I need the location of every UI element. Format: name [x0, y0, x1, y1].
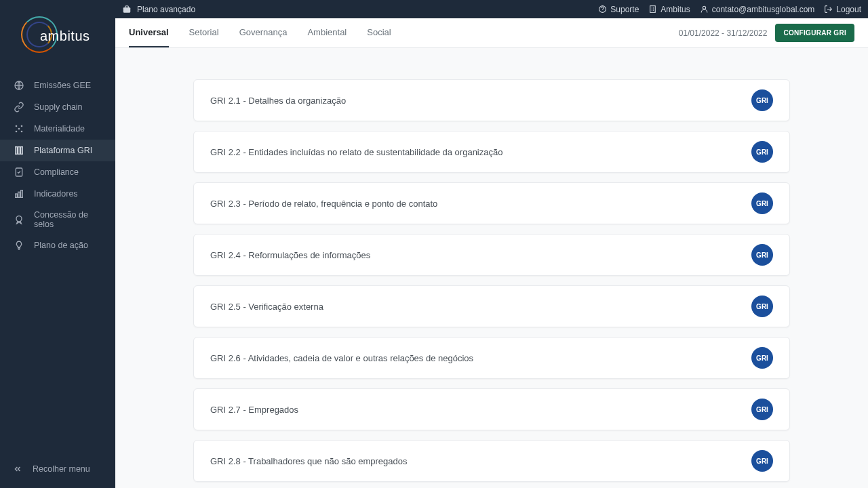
gri-card-title: GRI 2.1 - Detalhes da organização: [210, 96, 346, 106]
topbar: Plano avançado Suporte Ambitus contato@a…: [115, 0, 868, 18]
logout-link[interactable]: Logout: [824, 5, 861, 14]
gri-card[interactable]: GRI 2.2 - Entidades incluídas no relato …: [193, 131, 790, 173]
plan-label: Plano avançado: [137, 5, 195, 14]
sidebar-item-label: Concessão de selos: [34, 210, 107, 229]
svg-rect-6: [16, 147, 18, 155]
sidebar-item-label: Indicadores: [34, 189, 78, 199]
gri-card[interactable]: GRI 2.5 - Verificação externa GRI: [193, 285, 790, 327]
sidebar-item-label: Supply chain: [34, 102, 83, 112]
company-link[interactable]: Ambitus: [648, 5, 690, 14]
sidebar-item-plataforma-gri[interactable]: Plataforma GRI: [0, 140, 115, 161]
content-area: GRI 2.1 - Detalhes da organização GRI GR…: [115, 48, 868, 488]
svg-point-1: [16, 125, 18, 127]
support-label: Suporte: [610, 5, 639, 14]
gri-card-title: GRI 2.7 - Empregados: [210, 405, 298, 415]
logout-icon: [824, 5, 833, 14]
sidebar-item-supply-chain[interactable]: Supply chain: [0, 96, 115, 118]
svg-rect-12: [21, 190, 23, 198]
contact-label: contato@ambitusglobal.com: [712, 5, 815, 14]
sidebar-item-plano-acao[interactable]: Plano de ação: [0, 235, 115, 256]
gri-badge: GRI: [751, 347, 773, 369]
topbar-left: Plano avançado: [122, 5, 195, 14]
svg-rect-11: [18, 192, 20, 197]
gri-card[interactable]: GRI 2.3 - Período de relato, frequência …: [193, 182, 790, 224]
sidebar-item-label: Materialidade: [34, 124, 85, 134]
tab-setorial[interactable]: Setorial: [189, 18, 219, 47]
tab-social[interactable]: Social: [367, 18, 391, 47]
badge-icon: [14, 214, 24, 225]
gri-card[interactable]: GRI 2.6 - Atividades, cadeia de valor e …: [193, 337, 790, 379]
gri-card[interactable]: GRI 2.4 - Reformulações de informações G…: [193, 234, 790, 276]
logo[interactable]: ambitus: [0, 0, 115, 75]
sidebar-item-label: Emissões GEE: [34, 81, 91, 90]
briefcase-icon: [122, 5, 132, 14]
sidebar-item-emissoes[interactable]: Emissões GEE: [0, 75, 115, 96]
svg-rect-10: [16, 194, 18, 197]
sidebar-item-label: Plataforma GRI: [34, 146, 92, 155]
sidebar-item-indicadores[interactable]: Indicadores: [0, 183, 115, 205]
gri-badge: GRI: [751, 244, 773, 266]
tab-bar: Universal Setorial Governança Ambiental …: [115, 18, 868, 48]
globe-icon: [14, 80, 24, 91]
lightbulb-icon: [14, 240, 24, 251]
collapse-menu-label: Recolher menu: [33, 464, 90, 474]
columns-icon: [14, 145, 24, 156]
contact-link[interactable]: contato@ambitusglobal.com: [700, 5, 815, 14]
collapse-menu-button[interactable]: Recolher menu: [0, 455, 115, 483]
building-icon: [648, 5, 657, 14]
sidebar-item-concessao-selos[interactable]: Concessão de selos: [0, 205, 115, 235]
svg-rect-14: [123, 7, 131, 13]
sidebar-item-materialidade[interactable]: Materialidade: [0, 118, 115, 140]
document-check-icon: [14, 167, 24, 178]
brand-name: ambitus: [40, 28, 90, 44]
chevrons-left-icon: [12, 464, 23, 474]
gri-badge: GRI: [751, 192, 773, 214]
tab-ambiental[interactable]: Ambiental: [307, 18, 347, 47]
help-icon: [598, 5, 607, 14]
gri-card-list: GRI 2.1 - Detalhes da organização GRI GR…: [193, 79, 790, 488]
svg-rect-16: [650, 6, 656, 13]
svg-point-13: [16, 216, 22, 222]
sidebar-item-label: Plano de ação: [34, 241, 88, 250]
gri-card-title: GRI 2.5 - Verificação externa: [210, 302, 323, 312]
gri-card-title: GRI 2.3 - Período de relato, frequência …: [210, 199, 437, 209]
sidebar-item-label: Compliance: [34, 167, 79, 177]
svg-rect-7: [18, 147, 20, 155]
svg-point-2: [21, 125, 23, 127]
gri-badge: GRI: [751, 141, 773, 163]
user-icon: [700, 5, 709, 14]
svg-point-4: [21, 131, 23, 133]
svg-rect-8: [21, 147, 23, 155]
gri-badge: GRI: [751, 296, 773, 317]
gri-card-title: GRI 2.6 - Atividades, cadeia de valor e …: [210, 353, 473, 363]
tab-governanca[interactable]: Governança: [239, 18, 288, 47]
logout-label: Logout: [836, 5, 861, 14]
dots-icon: [14, 123, 24, 134]
sidebar: ambitus Emissões GEE Supply chain Materi…: [0, 0, 115, 488]
sidebar-nav: Emissões GEE Supply chain Materialidade …: [0, 75, 115, 455]
gri-card[interactable]: GRI 2.1 - Detalhes da organização GRI: [193, 79, 790, 121]
svg-point-3: [16, 131, 18, 133]
company-label: Ambitus: [660, 5, 690, 14]
support-link[interactable]: Suporte: [598, 5, 639, 14]
gri-card[interactable]: GRI 2.8 - Trabalhadores que não são empr…: [193, 440, 790, 482]
gri-badge: GRI: [751, 450, 773, 472]
tab-bar-right: 01/01/2022 - 31/12/2022 CONFIGURAR GRI: [679, 18, 854, 47]
svg-point-17: [703, 6, 705, 9]
main: Plano avançado Suporte Ambitus contato@a…: [115, 0, 868, 488]
gri-card-title: GRI 2.4 - Reformulações de informações: [210, 250, 370, 260]
gri-badge: GRI: [751, 89, 773, 111]
date-range[interactable]: 01/01/2022 - 31/12/2022: [679, 28, 768, 38]
gri-card-title: GRI 2.8 - Trabalhadores que não são empr…: [210, 456, 408, 466]
gri-card-title: GRI 2.2 - Entidades incluídas no relato …: [210, 147, 502, 157]
tab-universal[interactable]: Universal: [129, 18, 169, 47]
svg-point-5: [18, 128, 20, 130]
sidebar-item-compliance[interactable]: Compliance: [0, 161, 115, 183]
gri-badge: GRI: [751, 399, 773, 420]
link-icon: [14, 102, 24, 113]
tabs: Universal Setorial Governança Ambiental …: [129, 18, 679, 47]
chart-bar-icon: [14, 188, 24, 199]
topbar-right: Suporte Ambitus contato@ambitusglobal.co…: [598, 5, 861, 14]
gri-card[interactable]: GRI 2.7 - Empregados GRI: [193, 388, 790, 430]
configure-gri-button[interactable]: CONFIGURAR GRI: [775, 24, 854, 42]
